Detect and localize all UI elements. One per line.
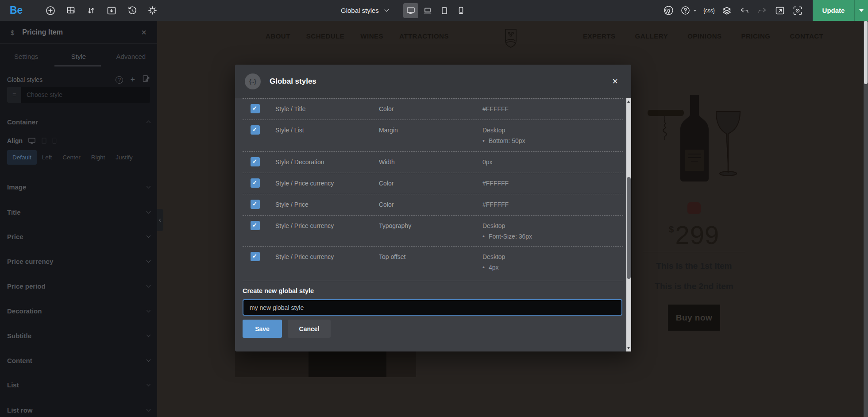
align-right-button[interactable]: Right: [86, 150, 111, 165]
update-button[interactable]: Update: [813, 0, 854, 21]
open-in-new-window-button[interactable]: [771, 0, 789, 21]
row-style-name: Style / Title: [275, 104, 379, 120]
revision-history-button[interactable]: [122, 0, 142, 21]
help-icon[interactable]: ?: [116, 76, 123, 84]
nav-wines[interactable]: WINES: [360, 32, 383, 40]
new-style-name-input[interactable]: [243, 299, 622, 316]
page-scrollbar-thumb[interactable]: [864, 21, 868, 84]
device-laptop-button[interactable]: [420, 3, 435, 18]
panel-header: $ Pricing Item ×: [0, 25, 157, 39]
add-style-button[interactable]: +: [130, 76, 135, 84]
undo-button[interactable]: [736, 0, 753, 21]
section-price[interactable]: Price: [7, 229, 150, 243]
import-template-button[interactable]: [101, 0, 122, 21]
cancel-button[interactable]: Cancel: [288, 320, 331, 338]
layers-button[interactable]: [718, 0, 736, 21]
nav-contact[interactable]: CONTACT: [790, 32, 824, 40]
undo-icon: [740, 6, 749, 15]
update-options-button[interactable]: [854, 0, 868, 21]
align-left-button[interactable]: Left: [37, 150, 58, 165]
focus-preview-icon: [793, 6, 802, 15]
section-price-period[interactable]: Price period: [7, 279, 150, 293]
builder-settings-button[interactable]: [142, 0, 162, 21]
checkbox-checked-icon[interactable]: [251, 200, 260, 209]
tab-settings[interactable]: Settings: [0, 47, 52, 65]
section-decoration[interactable]: Decoration: [7, 304, 150, 318]
choose-style-select[interactable]: ≡: [7, 87, 150, 103]
tab-style[interactable]: Style: [52, 47, 104, 65]
nav-attractions[interactable]: ATTRACTIONS: [399, 32, 449, 40]
close-panel-button[interactable]: ×: [141, 28, 147, 37]
preview-button[interactable]: [789, 0, 806, 21]
modal-scrollbar[interactable]: [626, 98, 631, 351]
help-circle-icon: [681, 6, 690, 15]
device-mobile-button[interactable]: [454, 3, 469, 18]
device-tablet-button[interactable]: [437, 3, 452, 18]
help-menu-button[interactable]: [677, 0, 700, 21]
row-property: Color: [379, 104, 482, 120]
nav-gallery[interactable]: GALLERY: [635, 32, 668, 40]
site-logo[interactable]: [499, 27, 522, 51]
section-title[interactable]: Title: [7, 205, 150, 219]
tablet-mini-icon[interactable]: [41, 137, 47, 144]
section-list-row[interactable]: List row: [7, 403, 150, 417]
collapse-sidebar-handle[interactable]: [157, 209, 163, 231]
section-content[interactable]: Content: [7, 353, 150, 367]
chevron-down-icon: [147, 209, 151, 213]
align-center-button[interactable]: Center: [57, 150, 86, 165]
checkbox-checked-icon[interactable]: [251, 157, 260, 166]
checkbox-checked-icon[interactable]: [251, 104, 260, 113]
section-list[interactable]: List: [7, 378, 150, 392]
section-image[interactable]: Image: [7, 180, 150, 194]
section-price-currency[interactable]: Price currency: [7, 254, 150, 268]
page-scrollbar[interactable]: [864, 21, 868, 417]
scroll-up-arrow-icon[interactable]: [627, 100, 630, 103]
row-property: Color: [379, 200, 482, 215]
modal-scrollbar-thumb[interactable]: [627, 177, 631, 279]
sort-arrows-icon: [87, 6, 96, 15]
custom-css-button[interactable]: {css}: [700, 0, 718, 21]
choose-style-input[interactable]: [21, 91, 145, 98]
desktop-mini-icon[interactable]: [28, 137, 36, 144]
plus-circle-icon: [46, 6, 55, 15]
save-button[interactable]: Save: [243, 320, 282, 338]
reorder-sections-button[interactable]: [81, 0, 101, 21]
section-container[interactable]: Container: [7, 115, 150, 129]
betheme-logo[interactable]: Be: [10, 4, 23, 16]
global-styles-modal: {..} Global styles × Style / Title Color…: [235, 65, 631, 351]
align-default-button[interactable]: Default: [7, 150, 37, 165]
desktop-icon: [406, 7, 415, 15]
row-style-name: Style / Price currency: [275, 221, 379, 246]
toolbar-left-group: Be: [10, 0, 162, 21]
align-justify-button[interactable]: Justify: [110, 150, 138, 165]
redo-button[interactable]: [753, 0, 771, 21]
tab-advanced[interactable]: Advanced: [105, 47, 157, 65]
checkbox-checked-icon[interactable]: [251, 221, 260, 230]
window-export-icon: [775, 6, 785, 15]
wine-bottle-image: [644, 93, 746, 183]
device-desktop-button[interactable]: [403, 3, 418, 18]
checkbox-checked-icon[interactable]: [251, 178, 260, 188]
section-label: Container: [7, 118, 38, 126]
nav-about[interactable]: ABOUT: [266, 32, 290, 40]
checkbox-checked-icon[interactable]: [251, 125, 260, 135]
divider: [643, 252, 745, 252]
mobile-mini-icon[interactable]: [52, 137, 57, 144]
close-modal-button[interactable]: ×: [612, 77, 618, 86]
scroll-down-arrow-icon[interactable]: [627, 347, 630, 349]
section-subtitle[interactable]: Subtitle: [7, 328, 150, 343]
chevron-left-icon: [158, 218, 162, 221]
nav-opinions[interactable]: OPINIONS: [687, 32, 721, 40]
buy-now-button[interactable]: Buy now: [668, 305, 720, 331]
add-element-button[interactable]: [40, 0, 61, 21]
global-styles-dropdown[interactable]: Global styles: [341, 7, 388, 14]
chevron-down-icon: [147, 382, 151, 386]
nav-pricing[interactable]: PRICING: [741, 32, 771, 40]
nav-experts[interactable]: EXPERTS: [583, 32, 616, 40]
templates-grid-button[interactable]: [61, 0, 81, 21]
nav-schedule[interactable]: SCHEDULE: [306, 32, 345, 40]
manage-styles-button[interactable]: [142, 75, 150, 85]
wordpress-dashboard-button[interactable]: [660, 0, 677, 21]
checkbox-checked-icon[interactable]: [251, 252, 260, 261]
row-value: Desktop: [482, 126, 623, 135]
